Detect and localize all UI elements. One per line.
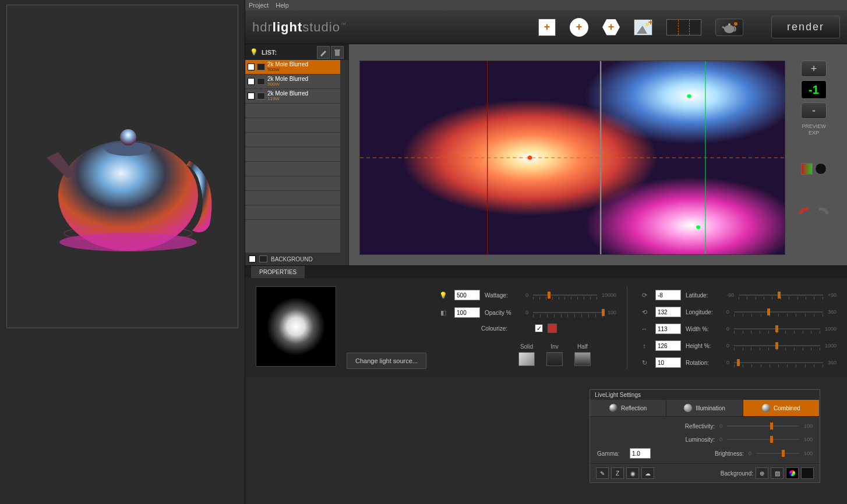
svg-point-25 [267,297,325,356]
height-label: Height %: [686,343,722,349]
bg-globe-icon[interactable]: ⊕ [756,467,768,479]
menu-help[interactable]: Help [276,2,289,9]
visibility-checkbox[interactable] [248,63,255,70]
list-item[interactable] [245,176,348,191]
panorama-grid-button[interactable] [666,19,701,36]
longitude-label: Longitude: [686,309,722,315]
menu-project[interactable]: Project [249,2,269,9]
svg-point-3 [120,129,136,145]
opacity-input[interactable] [454,307,480,318]
livelight-title: LiveLight Settings [590,390,820,400]
teapot-preview-button[interactable] [715,19,743,36]
longitude-input[interactable] [655,307,681,317]
add-hex-light-button[interactable]: + [602,19,620,36]
gamma-input[interactable] [630,448,651,459]
light-thumb-icon [257,93,265,100]
tab-combined[interactable]: Combined [743,400,820,416]
luminosity-slider[interactable] [727,435,799,444]
visibility-checkbox[interactable] [248,78,255,85]
height-input[interactable] [655,340,681,351]
add-picture-light-button[interactable] [634,19,652,36]
rotation-icon: ↻ [638,356,651,369]
cube-view-icon[interactable] [801,163,813,175]
longitude-icon: ⟲ [638,306,651,318]
bulb-icon: 💡 [437,289,450,301]
colourize-checkbox[interactable]: ✓ [535,324,543,332]
tab-illumination[interactable]: Illumination [666,400,743,416]
sphere-view-icon[interactable] [815,163,827,175]
exposure-minus-button[interactable]: - [801,102,827,119]
reflectivity-label: Reflectivity: [674,423,715,430]
opacity-slider[interactable] [533,308,603,317]
list-item[interactable]: 2k Mole Blurred500W [245,60,348,74]
redo-button[interactable] [816,207,830,219]
wattage-slider[interactable] [533,290,597,300]
width-icon: ↔ [638,322,651,335]
background-label: Background: [721,470,753,477]
tool-icon-cloud[interactable]: ☁ [641,467,654,479]
svg-point-9 [728,23,730,26]
list-item[interactable] [245,205,348,220]
list-item[interactable] [245,162,348,176]
list-item[interactable]: 2k Mole Blurred500W [245,74,348,89]
list-item[interactable] [245,191,348,205]
properties-tab[interactable]: PROPERTIES [251,266,305,278]
add-square-light-button[interactable]: + [538,19,556,36]
list-delete-button[interactable] [331,46,344,59]
background-row[interactable]: BACKGROUND [245,253,348,265]
rotation-slider[interactable] [734,358,823,367]
colourize-swatch[interactable] [548,324,557,333]
hdr-canvas[interactable] [359,61,785,255]
livelight-panel: LiveLight Settings Reflection Illuminati… [590,389,820,483]
rotation-label: Rotation: [686,360,722,366]
inv-mode-button[interactable] [546,352,563,366]
latitude-slider[interactable] [739,290,823,300]
wattage-input[interactable] [454,290,480,300]
undo-button[interactable] [798,207,812,219]
luminosity-label: Luminosity: [674,436,715,443]
app-logo: hdrlightstudio™ [252,20,347,35]
tool-icon-camera[interactable]: ◉ [626,467,639,479]
longitude-slider[interactable] [734,307,823,317]
brightness-label: Brightness: [703,450,744,457]
exposure-plus-button[interactable]: + [801,61,827,77]
bg-black-swatch[interactable] [801,467,814,479]
list-item[interactable] [245,133,348,147]
tool-icon-z[interactable]: Z [611,467,624,479]
list-item[interactable]: 2k Mole Blurred119W [245,89,348,104]
add-round-light-button[interactable]: + [570,18,588,37]
height-slider[interactable] [734,341,820,350]
visibility-checkbox[interactable] [248,93,255,100]
list-item[interactable] [245,118,348,133]
bg-thumb-icon [259,255,267,262]
brightness-slider[interactable] [756,449,799,458]
light-thumb-icon [257,63,265,70]
bg-image-icon[interactable]: ▧ [771,467,784,479]
exposure-value: -1 [801,80,827,99]
tool-icon-1[interactable]: ✎ [596,467,609,479]
render-button[interactable]: render [771,16,840,38]
bg-color-icon[interactable] [786,467,799,479]
width-label: Width %: [686,326,722,332]
svg-point-1 [59,233,197,251]
half-mode-button[interactable] [574,352,591,366]
width-input[interactable] [655,324,681,334]
change-light-source-button[interactable]: Change light source... [347,353,426,369]
gamma-label: Gamma: [597,450,625,457]
light-list-panel: 💡 LIST: 2k Mole Blurred500W 2k Mole Blur… [245,44,349,265]
svg-rect-11 [335,51,340,56]
list-item[interactable] [245,104,348,118]
topbar: hdrlightstudio™ + + + render [245,10,847,44]
latitude-input[interactable] [655,290,681,300]
solid-mode-button[interactable] [518,352,535,366]
light-thumb-icon [257,78,265,85]
reflectivity-slider[interactable] [727,421,799,431]
rotation-input[interactable] [655,357,681,368]
bg-checkbox[interactable] [249,255,256,262]
list-item[interactable] [245,147,348,162]
list-edit-button[interactable] [317,46,330,59]
svg-rect-12 [334,49,340,51]
tab-reflection[interactable]: Reflection [590,400,666,416]
list-scrollbar[interactable] [340,60,348,253]
width-slider[interactable] [734,324,820,333]
